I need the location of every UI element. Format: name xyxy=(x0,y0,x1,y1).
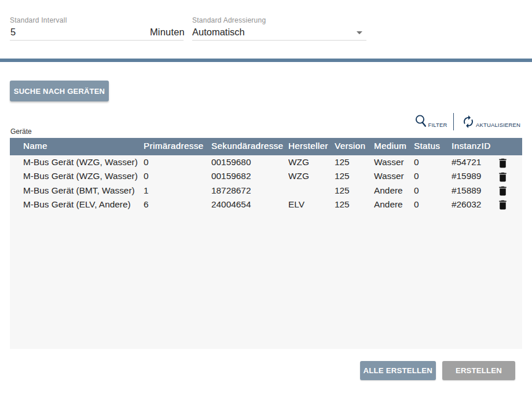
table-row: M-Bus Gerät (WZG, Wasser)000159680WZG125… xyxy=(10,155,522,169)
table-row: M-Bus Gerät (ELV, Andere)624004654ELV125… xyxy=(10,198,522,212)
cell-secondary: 00159680 xyxy=(211,155,288,169)
cell-status: 0 xyxy=(414,198,452,212)
table-header-row: Name Primäradresse Sekundäradresse Herst… xyxy=(10,138,522,155)
refresh-icon[interactable] xyxy=(461,115,475,129)
cell-instance: #54721 xyxy=(452,155,496,169)
create-all-button[interactable]: ALLE ERSTELLEN xyxy=(360,361,436,380)
chevron-down-icon[interactable] xyxy=(357,31,363,34)
section-divider xyxy=(0,59,532,62)
addressing-underline xyxy=(192,40,366,41)
cell-version: 125 xyxy=(335,169,374,183)
cell-medium: Andere xyxy=(374,184,414,198)
cell-secondary: 00159682 xyxy=(211,169,288,183)
cell-name: M-Bus Gerät (BMT, Wasser) xyxy=(23,184,144,198)
cell-primary: 6 xyxy=(144,198,211,212)
table-body: M-Bus Gerät (WZG, Wasser)000159680WZG125… xyxy=(10,155,522,212)
cell-instance: #15889 xyxy=(452,184,496,198)
cell-version: 125 xyxy=(335,198,374,212)
create-button[interactable]: ERSTELLEN xyxy=(442,361,515,380)
cell-primary: 1 xyxy=(144,184,211,198)
delete-device-button[interactable] xyxy=(497,171,509,183)
devices-section-label: Geräte xyxy=(10,128,32,135)
delete-device-button[interactable] xyxy=(497,157,509,169)
delete-device-button[interactable] xyxy=(497,185,509,197)
cell-name: M-Bus Gerät (WZG, Wasser) xyxy=(23,155,144,169)
column-header-status: Status xyxy=(414,138,452,155)
cell-name: M-Bus Gerät (ELV, Andere) xyxy=(23,198,144,212)
column-header-secondary: Sekundäradresse xyxy=(211,138,288,155)
cell-version: 125 xyxy=(335,184,374,198)
cell-instance: #15989 xyxy=(452,169,496,183)
column-header-manufacturer: Hersteller xyxy=(288,138,335,155)
interval-underline xyxy=(10,40,184,41)
trash-icon xyxy=(497,171,509,183)
interval-suffix: Minuten xyxy=(150,26,185,38)
table-row: M-Bus Gerät (BMT, Wasser)118728672125And… xyxy=(10,184,522,198)
search-icon[interactable] xyxy=(413,113,427,127)
interval-label: Standard Intervall xyxy=(10,17,67,24)
cell-medium: Wasser xyxy=(374,155,414,169)
filter-label[interactable]: FILTER xyxy=(428,122,447,128)
column-header-version: Version xyxy=(335,138,374,155)
cell-version: 125 xyxy=(335,155,374,169)
toolbar-divider xyxy=(453,113,454,130)
trash-icon xyxy=(497,185,509,197)
refresh-label[interactable]: AKTUALISIEREN xyxy=(476,122,520,128)
cell-status: 0 xyxy=(414,169,452,183)
trash-icon xyxy=(497,199,509,211)
table-row: M-Bus Gerät (WZG, Wasser)000159682WZG125… xyxy=(10,169,522,183)
cell-manufacturer xyxy=(288,184,335,198)
cell-status: 0 xyxy=(414,155,452,169)
devices-table: Name Primäradresse Sekundäradresse Herst… xyxy=(10,138,522,349)
column-header-medium: Medium xyxy=(374,138,414,155)
mbus-config-page: Standard Intervall 5 Minuten Standard Ad… xyxy=(0,0,532,401)
cell-primary: 0 xyxy=(144,169,211,183)
cell-secondary: 18728672 xyxy=(211,184,288,198)
cell-status: 0 xyxy=(414,184,452,198)
addressing-select[interactable]: Automatisch xyxy=(192,26,245,38)
cell-name: M-Bus Gerät (WZG, Wasser) xyxy=(23,169,144,183)
cell-manufacturer: WZG xyxy=(288,169,335,183)
column-header-name: Name xyxy=(23,138,144,155)
trash-icon xyxy=(497,157,509,169)
cell-manufacturer: ELV xyxy=(288,198,335,212)
cell-primary: 0 xyxy=(144,155,211,169)
cell-manufacturer: WZG xyxy=(288,155,335,169)
delete-device-button[interactable] xyxy=(497,199,509,211)
interval-input[interactable]: 5 xyxy=(10,26,16,38)
column-header-instance: InstanzID xyxy=(452,138,496,155)
search-devices-button[interactable]: SUCHE NACH GERÄTEN xyxy=(10,81,109,101)
cell-secondary: 24004654 xyxy=(211,198,288,212)
cell-medium: Wasser xyxy=(374,169,414,183)
column-header-primary: Primäradresse xyxy=(144,138,211,155)
cell-instance: #26032 xyxy=(452,198,496,212)
cell-medium: Andere xyxy=(374,198,414,212)
addressing-label: Standard Adressierung xyxy=(192,17,266,24)
